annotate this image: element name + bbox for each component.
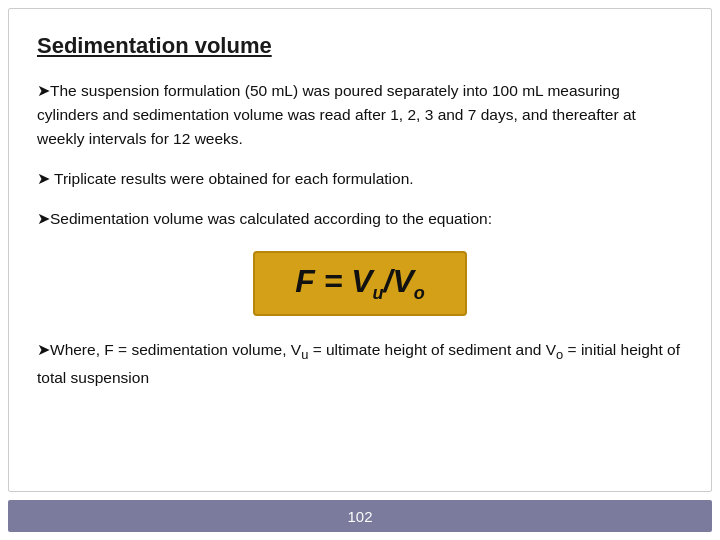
page-number: 102 (347, 508, 372, 525)
bullet-2: ➤ Triplicate results were obtained for e… (37, 167, 683, 191)
bullet-1-text: The suspension formulation (50 mL) was p… (37, 82, 636, 147)
bullet-3-marker: ➤ (37, 210, 50, 227)
footer: 102 (8, 500, 712, 532)
bullet-4-marker: ➤ (37, 341, 50, 358)
bullet-3-text: Sedimentation volume was calculated acco… (50, 210, 492, 227)
main-content-box: Sedimentation volume ➤The suspension for… (8, 8, 712, 492)
slide-title: Sedimentation volume (37, 33, 683, 59)
where-text: ➤Where, F = sedimentation volume, Vu = u… (37, 338, 683, 389)
where-text-content: Where, F = sedimentation volume, Vu = ul… (37, 341, 680, 385)
bullet-1-marker: ➤ (37, 82, 50, 99)
bullet-3: ➤Sedimentation volume was calculated acc… (37, 207, 683, 231)
bullet-2-marker: ➤ (37, 170, 54, 187)
equation-text: F = Vu/Vo (295, 263, 425, 299)
bullet-1: ➤The suspension formulation (50 mL) was … (37, 79, 683, 151)
equation-block: F = Vu/Vo (37, 251, 683, 316)
equation-box: F = Vu/Vo (253, 251, 467, 316)
bullet-2-text: Triplicate results were obtained for eac… (54, 170, 414, 187)
